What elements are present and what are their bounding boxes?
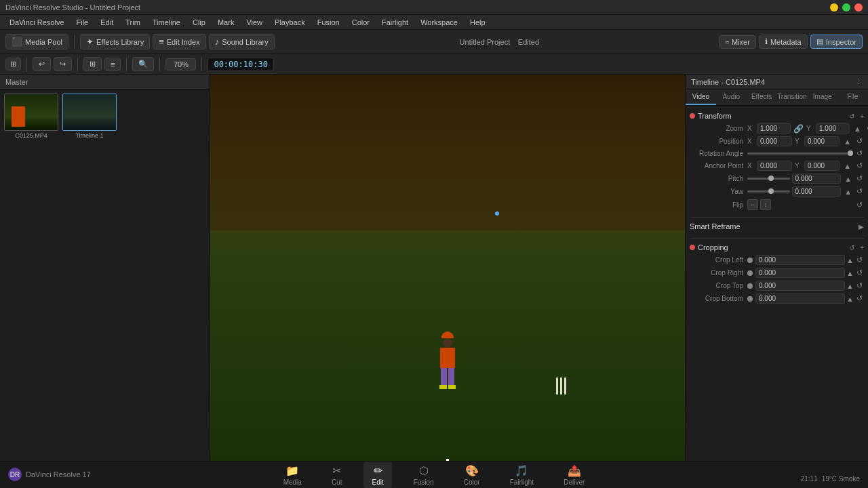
nav-tab-fairlight[interactable]: 🎵 Fairlight — [502, 462, 542, 489]
position-reset-btn[interactable]: ↺ — [855, 137, 864, 146]
menu-mark[interactable]: Mark — [212, 17, 239, 28]
effects-library-btn[interactable]: ✦ Effects Library — [80, 34, 150, 49]
zoom-reset-btn[interactable]: ↺ — [865, 124, 868, 133]
pitch-slider[interactable] — [747, 178, 790, 180]
grid-view-btn[interactable]: ⊞ — [83, 57, 102, 71]
position-up-btn[interactable]: ▲ — [842, 138, 852, 146]
list-view-btn[interactable]: ≡ — [104, 58, 121, 71]
anchor-up-btn[interactable]: ▲ — [842, 162, 852, 170]
crop-left-field[interactable] — [755, 255, 845, 265]
zoom-link-btn[interactable]: 🔗 — [793, 124, 804, 134]
crop-right-row: Crop Right ▲ ↺ — [690, 266, 864, 279]
cropping-expand-btn[interactable]: + — [860, 244, 864, 251]
undo-btn[interactable]: ↩ — [33, 57, 51, 71]
menu-workspace[interactable]: Workspace — [415, 17, 463, 28]
inspector-tab-transition[interactable]: Transition — [776, 89, 807, 105]
menu-fairlight[interactable]: Fairlight — [376, 17, 414, 28]
crop-right-field[interactable] — [755, 268, 845, 278]
inspector-tab-video[interactable]: Video — [686, 89, 716, 105]
pitch-reset-btn[interactable]: ↺ — [855, 174, 864, 183]
workspace-icon-btn[interactable]: ⊞ — [5, 58, 21, 70]
menu-view[interactable]: View — [241, 17, 268, 28]
flip-reset-btn[interactable]: ↺ — [855, 201, 864, 209]
cropping-reset-btn[interactable]: ↺ — [849, 244, 854, 251]
clip-item-c0125[interactable]: C0125.MP4 — [4, 94, 58, 139]
menu-playback[interactable]: Playback — [269, 17, 311, 28]
cropping-header[interactable]: Cropping ↺ + — [690, 241, 864, 253]
nav-tab-fusion[interactable]: ⬡ Fusion — [406, 462, 442, 489]
nav-tab-color[interactable]: 🎨 Color — [456, 462, 488, 489]
anchor-reset-btn[interactable]: ↺ — [855, 161, 864, 170]
timecode-display[interactable]: 00:00:10:30 — [208, 58, 273, 71]
crop-top-up[interactable]: ▲ — [845, 282, 855, 290]
menu-color[interactable]: Color — [347, 17, 375, 28]
zoom-display[interactable]: 70% — [165, 58, 196, 70]
edit-index-btn[interactable]: ≡ Edit Index — [153, 34, 206, 49]
redo-btn[interactable]: ↪ — [54, 57, 72, 71]
close-btn[interactable] — [854, 3, 863, 12]
yaw-up-btn[interactable]: ▲ — [843, 188, 853, 196]
anchor-x-field[interactable] — [757, 161, 792, 171]
menu-trim[interactable]: Trim — [120, 17, 146, 28]
crop-top-reset[interactable]: ↺ — [855, 281, 864, 290]
maximize-btn[interactable] — [842, 3, 850, 12]
menu-file[interactable]: File — [71, 17, 94, 28]
transform-header[interactable]: Transform ↺ + — [690, 110, 864, 122]
mixer-btn[interactable]: ≈ Mixer — [719, 35, 756, 49]
rotation-slider[interactable] — [747, 152, 853, 155]
nav-tab-edit[interactable]: ✏ Edit — [363, 462, 391, 489]
flip-h-btn[interactable]: ↔ — [747, 199, 758, 210]
inspector-tab-audio[interactable]: Audio — [716, 89, 747, 105]
crop-right-up[interactable]: ▲ — [845, 269, 855, 277]
search-btn[interactable]: 🔍 — [132, 57, 154, 71]
minimize-btn[interactable] — [830, 3, 838, 12]
inspector-tab-effects[interactable]: Effects — [747, 89, 777, 105]
zoom-x-field[interactable] — [757, 123, 791, 134]
nav-tab-media[interactable]: 📁 Media — [275, 462, 310, 489]
crop-bottom-up[interactable]: ▲ — [845, 295, 855, 303]
flip-v-btn[interactable]: ↕ — [760, 199, 771, 210]
sound-library-btn[interactable]: ♪ Sound Library — [209, 34, 275, 49]
position-x-field[interactable] — [757, 136, 792, 146]
scene-stumps — [556, 378, 566, 394]
inspector-options-btn[interactable]: ⋮ — [855, 77, 863, 86]
metadata-btn[interactable]: ℹ Metadata — [759, 35, 808, 49]
yaw-reset-btn[interactable]: ↺ — [855, 187, 864, 196]
crop-left-up[interactable]: ▲ — [845, 256, 855, 264]
menu-davinci[interactable]: DaVinci Resolve — [4, 17, 70, 28]
crop-top-field[interactable] — [755, 281, 845, 291]
menu-help[interactable]: Help — [465, 17, 491, 28]
nav-tab-cut[interactable]: ✂ Cut — [323, 462, 351, 489]
menu-timeline[interactable]: Timeline — [147, 17, 186, 28]
zoom-up-btn[interactable]: ▲ — [852, 125, 863, 133]
yaw-field[interactable] — [792, 186, 842, 197]
crop-right-reset[interactable]: ↺ — [855, 268, 864, 277]
anchor-y-field[interactable] — [804, 161, 840, 171]
rotation-reset-btn[interactable]: ↺ — [855, 149, 864, 158]
smart-reframe-header[interactable]: Smart Reframe ▶ — [690, 220, 864, 232]
smart-reframe-expand-btn[interactable]: ▶ — [859, 223, 864, 230]
anchor-y-label: Y — [795, 162, 802, 169]
zoom-y-field[interactable] — [816, 123, 850, 134]
crop-bottom-reset[interactable]: ↺ — [855, 294, 864, 303]
player-legs — [438, 368, 457, 385]
player-body — [440, 348, 455, 368]
inspector-tab-file[interactable]: File — [837, 89, 868, 105]
menu-edit[interactable]: Edit — [95, 17, 119, 28]
inspector-btn[interactable]: ▤ Inspector — [810, 35, 863, 49]
nav-tab-deliver[interactable]: 📤 Deliver — [555, 462, 593, 489]
pitch-field[interactable] — [792, 174, 842, 184]
inspector-tab-image[interactable]: Image — [807, 89, 837, 105]
crop-left-reset[interactable]: ↺ — [855, 256, 864, 264]
crop-bottom-field[interactable] — [755, 293, 845, 304]
menu-clip[interactable]: Clip — [187, 17, 211, 28]
master-label: Master — [5, 78, 28, 86]
yaw-slider[interactable] — [747, 190, 790, 192]
pitch-up-btn[interactable]: ▲ — [843, 175, 853, 183]
media-pool-btn[interactable]: ⬛ Media Pool — [5, 34, 68, 49]
transform-reset-btn[interactable]: ↺ — [849, 113, 854, 120]
transform-expand-btn[interactable]: + — [860, 113, 864, 120]
menu-fusion[interactable]: Fusion — [312, 17, 345, 28]
clip-item-timeline1[interactable]: Timeline 1 — [62, 94, 117, 139]
position-y-field[interactable] — [804, 136, 840, 146]
